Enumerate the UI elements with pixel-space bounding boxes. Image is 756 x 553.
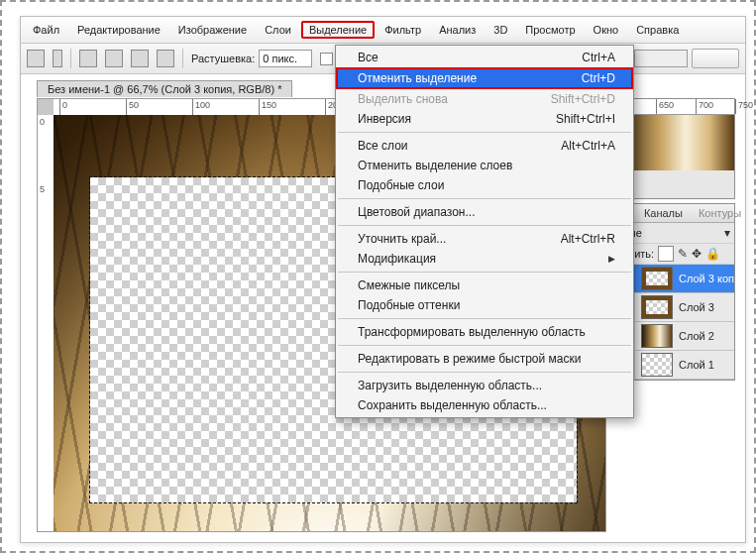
menu-filter[interactable]: Фильтр — [377, 21, 429, 39]
ruler-tick: 5 — [40, 184, 45, 194]
menu-item-label: Подобные оттенки — [358, 298, 460, 312]
menu-item-deselect-layers[interactable]: Отменить выделение слоев — [336, 156, 633, 175]
tab-channels[interactable]: Каналы — [636, 204, 691, 222]
menu-item-label: Все — [358, 51, 378, 64]
menu-file[interactable]: Файл — [25, 21, 67, 39]
menu-item-load-selection[interactable]: Загрузить выделенную область... — [336, 376, 633, 395]
menu-item-reselect: Выделить снова Shift+Ctrl+D — [336, 89, 633, 109]
menu-item-modify[interactable]: Модификация ▶ — [336, 249, 633, 269]
menu-select[interactable]: Выделение — [301, 21, 375, 39]
brush-icon[interactable]: ✎ — [678, 247, 688, 261]
tool-preset-dd-icon[interactable] — [53, 50, 62, 67]
layer-name[interactable]: Слой 2 — [679, 330, 734, 342]
menu-item-label: Все слои — [358, 139, 408, 153]
menu-separator — [338, 372, 631, 373]
separator — [182, 49, 183, 68]
menu-item-transform-selection[interactable]: Трансформировать выделенную область — [336, 322, 633, 342]
refine-button[interactable] — [692, 49, 739, 68]
lock-all-icon[interactable]: 🔒 — [705, 247, 720, 261]
menu-item-label: Инверсия — [358, 112, 411, 126]
tab-paths[interactable]: Контуры — [691, 204, 749, 222]
menu-item-all[interactable]: Все Ctrl+A — [336, 48, 633, 67]
menubar: Файл Редактирование Изображение Слои Выд… — [21, 17, 745, 44]
menu-window[interactable]: Окно — [586, 21, 627, 39]
menu-item-label: Цветовой диапазон... — [358, 205, 475, 219]
menu-item-shortcut: Ctrl+A — [582, 51, 615, 64]
submenu-arrow-icon: ▶ — [608, 254, 615, 264]
menu-item-label: Подобные слои — [358, 178, 444, 192]
feather-label: Растушевка: — [191, 53, 255, 64]
ruler-tick: 0 — [40, 117, 45, 127]
menu-item-shortcut: Alt+Ctrl+A — [561, 139, 615, 153]
menu-item-quick-mask[interactable]: Редактировать в режиме быстрой маски — [336, 349, 633, 369]
ruler-tick: 100 — [192, 99, 210, 115]
document-tab[interactable]: Без имени-1 @ 66,7% (Слой 3 копия, RGB/8… — [37, 80, 292, 97]
menu-view[interactable]: Просмотр — [517, 21, 583, 39]
menu-item-similar-layers[interactable]: Подобные слои — [336, 175, 633, 195]
menu-item-shortcut: Alt+Ctrl+R — [561, 232, 615, 246]
menu-item-grow[interactable]: Смежные пикселы — [336, 276, 633, 295]
selection-mode-new-icon[interactable] — [79, 50, 97, 67]
menu-item-shortcut: Ctrl+D — [582, 71, 615, 85]
menu-edit[interactable]: Редактирование — [69, 21, 168, 39]
separator — [70, 49, 71, 68]
ruler-tick: 50 — [126, 99, 139, 115]
move-lock-icon[interactable]: ✥ — [692, 247, 702, 261]
menu-layer[interactable]: Слои — [257, 21, 299, 39]
menu-item-similar[interactable]: Подобные оттенки — [336, 295, 633, 315]
layer-thumbnail[interactable] — [641, 295, 673, 319]
antialias-checkbox[interactable] — [320, 53, 333, 65]
menu-item-label: Редактировать в режиме быстрой маски — [358, 352, 581, 366]
menu-item-shortcut: Shift+Ctrl+D — [551, 92, 615, 106]
layer-thumbnail[interactable] — [641, 267, 673, 290]
tool-preset-icon[interactable] — [27, 50, 45, 67]
menu-item-all-layers[interactable]: Все слои Alt+Ctrl+A — [336, 136, 633, 156]
menu-separator — [338, 225, 631, 226]
menu-separator — [338, 272, 631, 273]
menu-item-label: Смежные пикселы — [358, 278, 460, 292]
ruler-tick: 650 — [656, 99, 674, 114]
menu-item-label: Модификация — [358, 252, 436, 266]
lock-transparent-icon[interactable] — [658, 246, 674, 262]
menu-separator — [338, 345, 631, 346]
menu-3d[interactable]: 3D — [486, 21, 515, 39]
app-window: Файл Редактирование Изображение Слои Выд… — [20, 16, 746, 543]
menu-separator — [338, 198, 631, 199]
menu-separator — [338, 132, 631, 133]
layer-thumbnail[interactable] — [641, 353, 673, 377]
menu-item-label: Отменить выделение слоев — [358, 159, 512, 172]
menu-item-label: Уточнить край... — [358, 232, 446, 246]
ruler-tick: 750 — [735, 99, 753, 114]
menu-item-refine-edge[interactable]: Уточнить край... Alt+Ctrl+R — [336, 229, 633, 249]
select-menu-dropdown: Все Ctrl+A Отменить выделение Ctrl+D Выд… — [335, 45, 634, 418]
menu-item-label: Выделить снова — [358, 92, 448, 106]
ruler-tick: 700 — [696, 99, 713, 114]
ruler-tick: 0 — [59, 99, 67, 115]
chevron-down-icon[interactable]: ▾ — [724, 226, 730, 240]
layer-name[interactable]: Слой 1 — [679, 359, 734, 371]
menu-item-label: Сохранить выделенную область... — [358, 398, 547, 412]
menu-item-color-range[interactable]: Цветовой диапазон... — [336, 202, 633, 222]
layer-thumbnail[interactable] — [641, 324, 673, 348]
menu-analysis[interactable]: Анализ — [431, 21, 484, 39]
layer-name[interactable]: Слой 3 копия — [679, 273, 734, 284]
selection-mode-intersect-icon[interactable] — [157, 50, 174, 67]
menu-image[interactable]: Изображение — [170, 21, 255, 39]
menu-item-label: Отменить выделение — [358, 71, 477, 85]
menu-help[interactable]: Справка — [628, 21, 687, 39]
selection-mode-subtract-icon[interactable] — [131, 50, 149, 67]
menu-item-label: Трансформировать выделенную область — [358, 325, 586, 339]
ruler-tick: 150 — [259, 99, 276, 115]
selection-mode-add-icon[interactable] — [105, 50, 123, 67]
menu-separator — [338, 318, 631, 319]
layer-name[interactable]: Слой 3 — [679, 301, 734, 313]
menu-item-label: Загрузить выделенную область... — [358, 379, 542, 392]
menu-item-shortcut: Shift+Ctrl+I — [556, 112, 615, 126]
menu-item-save-selection[interactable]: Сохранить выделенную область... — [336, 395, 633, 415]
menu-item-deselect[interactable]: Отменить выделение Ctrl+D — [336, 67, 633, 89]
vertical-ruler[interactable]: 0 5 — [38, 115, 54, 531]
height-input[interactable] — [634, 50, 688, 67]
menu-item-inverse[interactable]: Инверсия Shift+Ctrl+I — [336, 109, 633, 129]
feather-input[interactable]: 0 пикс. — [259, 50, 312, 67]
